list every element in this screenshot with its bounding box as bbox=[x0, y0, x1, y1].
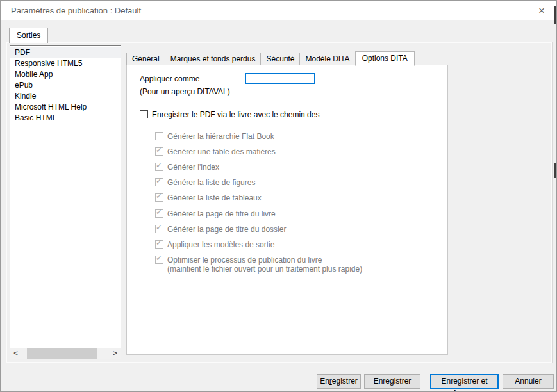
list-item-kindle[interactable]: Kindle bbox=[10, 91, 121, 102]
tables-checkbox: ✓ bbox=[155, 193, 163, 202]
checkbox-label: Générer la liste de tableaux bbox=[167, 193, 262, 202]
flat-book-checkbox bbox=[155, 132, 163, 140]
button-label: Enregistrer sous... bbox=[374, 377, 412, 392]
output-format-listbox: PDF Responsive HTML5 Mobile App ePub Kin… bbox=[10, 45, 121, 359]
checkbox-row-folder-title-page: ✓ Générer la page de titre du dossier bbox=[155, 225, 286, 234]
checkbox-row-output-templates: ✓ Appliquer les modèles de sortie bbox=[155, 240, 274, 249]
list-item-microsoft-html-help[interactable]: Microsoft HTML Help bbox=[10, 102, 121, 113]
checkbox-label: Appliquer les modèles de sortie bbox=[167, 240, 274, 249]
checkbox-label: Générer la page de titre du dossier bbox=[167, 225, 286, 234]
check-icon: ✓ bbox=[156, 238, 162, 247]
tab-general[interactable]: Général bbox=[126, 53, 165, 65]
dita-tab-strip: Général Marques et fonds perdus Sécurité… bbox=[126, 52, 415, 65]
list-item-basic-html[interactable]: Basic HTML bbox=[10, 113, 121, 124]
list-item-epub[interactable]: ePub bbox=[10, 80, 121, 91]
close-icon[interactable]: × bbox=[532, 2, 551, 19]
book-title-page-checkbox: ✓ bbox=[155, 209, 163, 218]
checkbox-row-book-title-page: ✓ Générer la page de titre du livre bbox=[155, 209, 276, 218]
check-icon: ✓ bbox=[156, 208, 162, 216]
checkbox-label: Générer la hiérarchie Flat Book bbox=[167, 132, 274, 141]
scrollbar-track[interactable] bbox=[21, 348, 110, 359]
check-icon: ✓ bbox=[156, 176, 162, 185]
figures-checkbox: ✓ bbox=[155, 178, 163, 186]
scroll-left-icon[interactable]: < bbox=[10, 348, 21, 359]
tab-sorties[interactable]: Sorties bbox=[9, 28, 48, 43]
toc-checkbox: ✓ bbox=[155, 147, 163, 156]
publication-settings-dialog: Paramètres de publication : Default × So… bbox=[0, 0, 557, 392]
output-templates-checkbox: ✓ bbox=[155, 240, 163, 249]
save-button[interactable]: Enregistrer bbox=[317, 374, 361, 389]
options-dita-panel: Appliquer comme (Pour un aperçu DITAVAL)… bbox=[126, 65, 448, 355]
checkbox-label: Générer la page de titre du livre bbox=[167, 209, 276, 218]
checkbox-label: Optimiser le processus de publication du… bbox=[167, 256, 322, 265]
scrollbar-thumb[interactable] bbox=[27, 348, 97, 359]
check-icon: ✓ bbox=[156, 254, 162, 263]
apply-as-input[interactable] bbox=[245, 73, 315, 84]
checkbox-label: Générer l'index bbox=[167, 163, 219, 172]
tab-options-dita[interactable]: Options DITA bbox=[355, 51, 415, 66]
check-icon: ✓ bbox=[156, 161, 162, 170]
check-icon: ✓ bbox=[156, 145, 162, 154]
button-label: Enregistrer bbox=[320, 377, 358, 386]
checkbox-row-optimize: ✓ Optimiser le processus de publication … bbox=[155, 256, 362, 274]
title-bar: Paramètres de publication : Default × bbox=[1, 1, 556, 20]
index-checkbox: ✓ bbox=[155, 163, 163, 171]
button-label: Enregistrer et fermer bbox=[441, 377, 487, 392]
dialog-title: Paramètres de publication : Default bbox=[11, 6, 141, 15]
checkbox-row-flat-book: Générer la hiérarchie Flat Book bbox=[155, 132, 274, 141]
list-item-pdf[interactable]: PDF bbox=[10, 47, 121, 58]
checkbox-row-figures: ✓ Générer la liste de figures bbox=[155, 178, 255, 187]
save-pdf-checkbox-row: Enregistrer le PDF via le livre avec le … bbox=[140, 110, 319, 119]
tab-modele-dita[interactable]: Modèle DITA bbox=[299, 53, 355, 65]
scroll-right-icon[interactable]: > bbox=[110, 348, 121, 359]
cancel-button[interactable]: Annuler bbox=[503, 374, 554, 389]
optimize-checkbox: ✓ bbox=[155, 256, 163, 264]
checkbox-row-index: ✓ Générer l'index bbox=[155, 163, 219, 172]
button-label: Annuler bbox=[515, 377, 541, 386]
screen-edge-artifact bbox=[554, 6, 556, 24]
check-icon: ✓ bbox=[156, 192, 162, 200]
checkbox-label: Générer la liste de figures bbox=[167, 178, 255, 187]
save-pdf-checkbox-label: Enregistrer le PDF via le livre avec le … bbox=[152, 110, 319, 119]
checkbox-label: Générer une table des matières bbox=[167, 147, 276, 156]
checkbox-row-tables: ✓ Générer la liste de tableaux bbox=[155, 193, 262, 202]
tab-securite[interactable]: Sécurité bbox=[260, 53, 300, 65]
list-item-responsive-html5[interactable]: Responsive HTML5 bbox=[10, 58, 121, 69]
checkbox-row-toc: ✓ Générer une table des matières bbox=[155, 147, 276, 156]
list-item-mobile-app[interactable]: Mobile App bbox=[10, 69, 121, 80]
save-as-button[interactable]: Enregistrer sous... bbox=[364, 374, 420, 389]
horizontal-scrollbar[interactable]: < > bbox=[10, 348, 121, 359]
folder-title-page-checkbox: ✓ bbox=[155, 225, 163, 233]
save-and-close-button[interactable]: Enregistrer et fermer bbox=[430, 374, 499, 389]
apply-as-label: Appliquer comme bbox=[140, 74, 199, 83]
check-icon: ✓ bbox=[156, 223, 162, 232]
tab-marques-et-fonds-perdus[interactable]: Marques et fonds perdus bbox=[165, 53, 262, 65]
save-pdf-checkbox[interactable] bbox=[140, 110, 148, 118]
ditaval-note: (Pour un aperçu DITAVAL) bbox=[140, 87, 230, 96]
checkbox-sublabel: (maintient le fichier ouvert pour un tra… bbox=[167, 265, 362, 274]
screen-edge-artifact bbox=[554, 163, 556, 178]
